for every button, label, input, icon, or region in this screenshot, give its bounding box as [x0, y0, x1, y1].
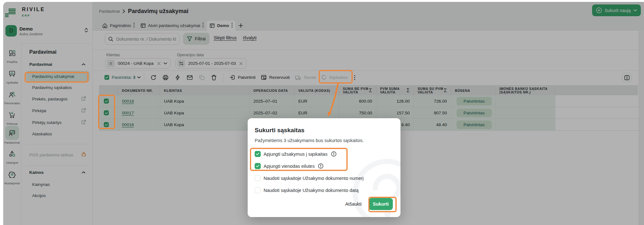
dialog-title: Sukurti sąskaitas	[255, 127, 393, 134]
dialog-checkbox-row: Naudoti sąskaitoje Užsakymo dokumento da…	[255, 187, 393, 193]
checkbox[interactable]	[255, 163, 261, 169]
checkbox-label: Apjungti vienodas eilutes	[264, 164, 315, 169]
dialog-checkbox-row: Apjungti užsakymus į sąskaitas	[255, 151, 393, 157]
app-window: RIVILE ERP D Demo Aušra Juodienė Pradžia…	[3, 2, 644, 225]
cancel-button[interactable]: Atšaukti	[345, 201, 362, 207]
checkbox-label: Naudoti sąskaitoje Užsakymo dokumento da…	[264, 188, 358, 193]
info-icon[interactable]	[331, 151, 336, 157]
checkbox-label: Naudoti sąskaitoje Užsakymo dokumento nu…	[264, 176, 364, 181]
checkbox[interactable]	[255, 151, 261, 157]
dialog-checkbox-row: Apjungti vienodas eilutes	[255, 163, 393, 169]
confirm-button[interactable]: Sukurti	[369, 198, 393, 210]
checkbox[interactable]	[255, 187, 261, 193]
checkbox-label: Apjungti užsakymus į sąskaitas	[264, 152, 328, 157]
dialog-subtitle: Pažymėtiems 3 užsakymams bus sukurtos są…	[255, 138, 393, 143]
checkbox[interactable]	[255, 175, 261, 181]
create-invoices-dialog: Sukurti sąskaitas Pažymėtiems 3 užsakyma…	[248, 118, 400, 217]
info-icon[interactable]	[318, 163, 323, 169]
dialog-checkbox-row: Naudoti sąskaitoje Užsakymo dokumento nu…	[255, 175, 393, 181]
